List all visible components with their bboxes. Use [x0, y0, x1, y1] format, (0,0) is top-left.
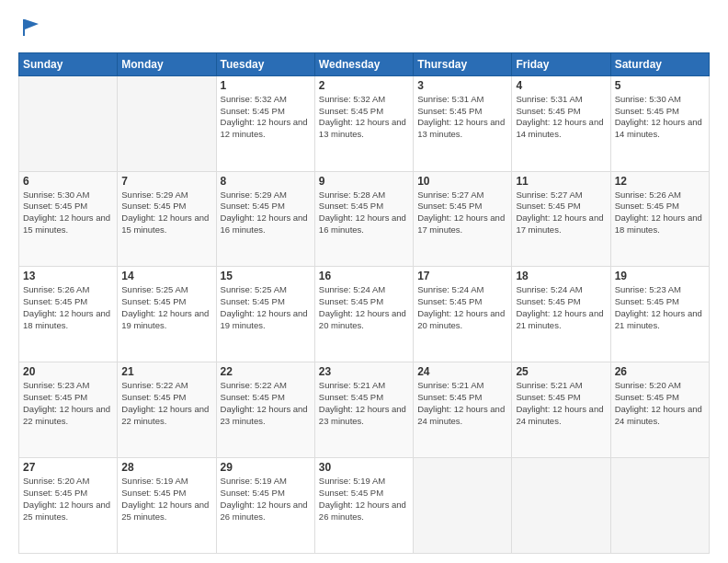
day-info: Sunrise: 5:24 AM Sunset: 5:45 PM Dayligh…: [516, 284, 606, 331]
day-info: Sunrise: 5:21 AM Sunset: 5:45 PM Dayligh…: [417, 380, 507, 427]
calendar-day-cell: 15Sunrise: 5:25 AM Sunset: 5:45 PM Dayli…: [216, 267, 314, 362]
calendar-day-cell: 6Sunrise: 5:30 AM Sunset: 5:45 PM Daylig…: [19, 171, 118, 267]
day-number: 21: [121, 365, 211, 378]
calendar-day-cell: 4Sunrise: 5:31 AM Sunset: 5:45 PM Daylig…: [512, 75, 610, 171]
calendar-day-cell: 2Sunrise: 5:32 AM Sunset: 5:45 PM Daylig…: [314, 75, 413, 171]
day-number: 27: [23, 461, 113, 474]
weekday-header-cell: Sunday: [19, 52, 118, 75]
day-info: Sunrise: 5:26 AM Sunset: 5:45 PM Dayligh…: [23, 284, 113, 331]
weekday-header-cell: Tuesday: [216, 52, 314, 75]
day-info: Sunrise: 5:31 AM Sunset: 5:45 PM Dayligh…: [516, 94, 606, 141]
day-info: Sunrise: 5:29 AM Sunset: 5:45 PM Dayligh…: [121, 190, 211, 236]
day-number: 13: [23, 270, 113, 282]
weekday-header-cell: Saturday: [610, 52, 709, 75]
weekday-header-cell: Thursday: [414, 52, 512, 75]
day-number: 7: [121, 175, 211, 188]
calendar-day-cell: 9Sunrise: 5:28 AM Sunset: 5:45 PM Daylig…: [314, 171, 413, 267]
calendar-week-row: 1Sunrise: 5:32 AM Sunset: 5:45 PM Daylig…: [19, 75, 710, 171]
calendar-day-cell: 26Sunrise: 5:20 AM Sunset: 5:45 PM Dayli…: [610, 362, 709, 458]
calendar-day-cell: 30Sunrise: 5:19 AM Sunset: 5:45 PM Dayli…: [314, 458, 413, 554]
day-info: Sunrise: 5:31 AM Sunset: 5:45 PM Dayligh…: [417, 94, 507, 141]
calendar-day-cell: 3Sunrise: 5:31 AM Sunset: 5:45 PM Daylig…: [414, 75, 512, 171]
logo-flag-icon: [20, 17, 42, 39]
day-number: 1: [221, 79, 311, 92]
calendar-day-cell: 13Sunrise: 5:26 AM Sunset: 5:45 PM Dayli…: [19, 267, 118, 362]
logo: [18, 17, 42, 43]
day-info: Sunrise: 5:25 AM Sunset: 5:45 PM Dayligh…: [121, 284, 211, 331]
day-info: Sunrise: 5:27 AM Sunset: 5:45 PM Dayligh…: [516, 190, 606, 236]
calendar-day-cell: 24Sunrise: 5:21 AM Sunset: 5:45 PM Dayli…: [414, 362, 512, 458]
calendar-day-cell: 19Sunrise: 5:23 AM Sunset: 5:45 PM Dayli…: [610, 267, 709, 362]
calendar-week-row: 27Sunrise: 5:20 AM Sunset: 5:45 PM Dayli…: [19, 458, 710, 554]
day-number: 28: [121, 461, 211, 474]
calendar-day-cell: 12Sunrise: 5:26 AM Sunset: 5:45 PM Dayli…: [610, 171, 709, 267]
calendar-day-cell: 10Sunrise: 5:27 AM Sunset: 5:45 PM Dayli…: [414, 171, 512, 267]
day-info: Sunrise: 5:19 AM Sunset: 5:45 PM Dayligh…: [319, 476, 409, 523]
day-info: Sunrise: 5:26 AM Sunset: 5:45 PM Dayligh…: [615, 190, 705, 236]
day-info: Sunrise: 5:28 AM Sunset: 5:45 PM Dayligh…: [319, 190, 409, 236]
calendar-day-cell: 28Sunrise: 5:19 AM Sunset: 5:45 PM Dayli…: [118, 458, 216, 554]
calendar-day-cell: 22Sunrise: 5:22 AM Sunset: 5:45 PM Dayli…: [216, 362, 314, 458]
day-info: Sunrise: 5:21 AM Sunset: 5:45 PM Dayligh…: [516, 380, 606, 427]
day-info: Sunrise: 5:20 AM Sunset: 5:45 PM Dayligh…: [615, 380, 705, 427]
calendar-day-cell: 1Sunrise: 5:32 AM Sunset: 5:45 PM Daylig…: [216, 75, 314, 171]
day-number: 24: [417, 365, 507, 378]
day-number: 29: [221, 461, 311, 474]
day-info: Sunrise: 5:32 AM Sunset: 5:45 PM Dayligh…: [221, 94, 311, 141]
day-info: Sunrise: 5:21 AM Sunset: 5:45 PM Dayligh…: [319, 380, 409, 427]
day-number: 20: [23, 365, 113, 378]
page: SundayMondayTuesdayWednesdayThursdayFrid…: [0, 0, 728, 563]
calendar-day-cell: [118, 75, 216, 171]
day-info: Sunrise: 5:19 AM Sunset: 5:45 PM Dayligh…: [121, 476, 211, 523]
day-info: Sunrise: 5:30 AM Sunset: 5:45 PM Dayligh…: [23, 190, 113, 236]
header: [18, 17, 710, 43]
day-number: 9: [319, 175, 409, 188]
calendar-week-row: 13Sunrise: 5:26 AM Sunset: 5:45 PM Dayli…: [19, 267, 710, 362]
calendar-day-cell: 29Sunrise: 5:19 AM Sunset: 5:45 PM Dayli…: [216, 458, 314, 554]
calendar-day-cell: 21Sunrise: 5:22 AM Sunset: 5:45 PM Dayli…: [118, 362, 216, 458]
calendar-day-cell: 18Sunrise: 5:24 AM Sunset: 5:45 PM Dayli…: [512, 267, 610, 362]
day-number: 18: [516, 270, 606, 282]
day-number: 5: [615, 79, 705, 92]
day-number: 8: [221, 175, 311, 188]
day-number: 4: [516, 79, 606, 92]
day-info: Sunrise: 5:29 AM Sunset: 5:45 PM Dayligh…: [221, 190, 311, 236]
day-info: Sunrise: 5:20 AM Sunset: 5:45 PM Dayligh…: [23, 476, 113, 523]
day-info: Sunrise: 5:23 AM Sunset: 5:45 PM Dayligh…: [23, 380, 113, 427]
day-info: Sunrise: 5:19 AM Sunset: 5:45 PM Dayligh…: [221, 476, 311, 523]
calendar-day-cell: 17Sunrise: 5:24 AM Sunset: 5:45 PM Dayli…: [414, 267, 512, 362]
day-number: 2: [319, 79, 409, 92]
day-info: Sunrise: 5:23 AM Sunset: 5:45 PM Dayligh…: [615, 284, 705, 331]
calendar-day-cell: 25Sunrise: 5:21 AM Sunset: 5:45 PM Dayli…: [512, 362, 610, 458]
day-number: 16: [319, 270, 409, 282]
day-number: 25: [516, 365, 606, 378]
calendar-week-row: 6Sunrise: 5:30 AM Sunset: 5:45 PM Daylig…: [19, 171, 710, 267]
calendar-day-cell: 20Sunrise: 5:23 AM Sunset: 5:45 PM Dayli…: [19, 362, 118, 458]
calendar-day-cell: 7Sunrise: 5:29 AM Sunset: 5:45 PM Daylig…: [118, 171, 216, 267]
calendar-day-cell: 14Sunrise: 5:25 AM Sunset: 5:45 PM Dayli…: [118, 267, 216, 362]
svg-marker-0: [23, 19, 39, 36]
day-number: 23: [319, 365, 409, 378]
calendar-body: 1Sunrise: 5:32 AM Sunset: 5:45 PM Daylig…: [19, 75, 710, 553]
day-info: Sunrise: 5:24 AM Sunset: 5:45 PM Dayligh…: [319, 284, 409, 331]
day-number: 22: [221, 365, 311, 378]
calendar-day-cell: [512, 458, 610, 554]
day-info: Sunrise: 5:30 AM Sunset: 5:45 PM Dayligh…: [615, 94, 705, 141]
logo-text: [18, 17, 42, 43]
calendar-day-cell: 5Sunrise: 5:30 AM Sunset: 5:45 PM Daylig…: [610, 75, 709, 171]
day-number: 15: [221, 270, 311, 282]
day-number: 12: [615, 175, 705, 188]
calendar-day-cell: 8Sunrise: 5:29 AM Sunset: 5:45 PM Daylig…: [216, 171, 314, 267]
day-info: Sunrise: 5:32 AM Sunset: 5:45 PM Dayligh…: [319, 94, 409, 141]
calendar-day-cell: [414, 458, 512, 554]
calendar-day-cell: 23Sunrise: 5:21 AM Sunset: 5:45 PM Dayli…: [314, 362, 413, 458]
day-number: 6: [23, 175, 113, 188]
weekday-header-row: SundayMondayTuesdayWednesdayThursdayFrid…: [19, 52, 710, 75]
day-number: 11: [516, 175, 606, 188]
day-info: Sunrise: 5:22 AM Sunset: 5:45 PM Dayligh…: [121, 380, 211, 427]
day-info: Sunrise: 5:22 AM Sunset: 5:45 PM Dayligh…: [221, 380, 311, 427]
day-info: Sunrise: 5:25 AM Sunset: 5:45 PM Dayligh…: [221, 284, 311, 331]
day-number: 19: [615, 270, 705, 282]
weekday-header-cell: Friday: [512, 52, 610, 75]
day-info: Sunrise: 5:24 AM Sunset: 5:45 PM Dayligh…: [417, 284, 507, 331]
